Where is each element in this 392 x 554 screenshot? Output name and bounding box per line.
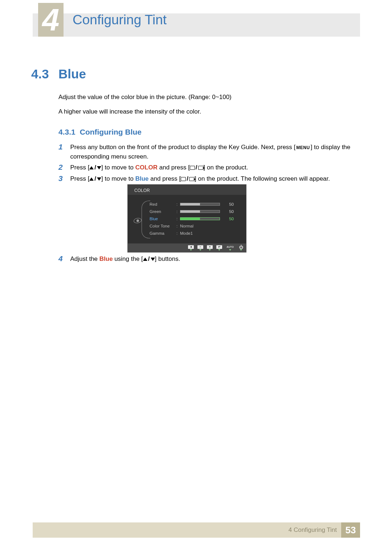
osd-value-gamma: Mode1 <box>180 231 193 235</box>
page-number: 53 <box>341 522 360 538</box>
up-arrow-icon <box>143 258 147 261</box>
subsection-title: Configuring Blue <box>80 128 142 136</box>
osd-label-blue: Blue <box>150 217 176 221</box>
osd-colon: : <box>176 231 180 235</box>
footer-band: 4 Configuring Tint 53 <box>33 522 360 538</box>
chapter-number-box: 4 <box>38 3 64 37</box>
step-3-body: Press [/] to move to Blue and press [/] … <box>70 174 356 184</box>
step-2-text-d: ] on the product. <box>204 164 248 171</box>
step-4-text-c: ] buttons. <box>155 255 180 262</box>
osd-row-color-tone: Color Tone : Normal <box>150 222 242 230</box>
step-3-blue-word: Blue <box>135 175 149 182</box>
osd-minus-button: − <box>197 245 203 251</box>
step-1: 1 Press any button on the front of the p… <box>58 143 359 162</box>
down-arrow-icon <box>97 177 101 181</box>
up-arrow-icon <box>89 166 94 169</box>
step-2-text-a: Press [ <box>70 164 89 171</box>
osd-label-color-tone: Color Tone <box>150 224 176 228</box>
section-number: 4.3 <box>31 67 49 81</box>
chapter-title: Configuring Tint <box>73 12 167 28</box>
step-4-text-b: using the [ <box>113 255 143 262</box>
osd-auto-button: AUTO <box>226 245 234 251</box>
source-icon <box>181 177 186 181</box>
osd-slider-blue <box>180 217 220 220</box>
osd-value-green: 50 <box>223 209 234 214</box>
osd-body: Red : 50 Green : 50 Blue : 50 Color Tone… <box>128 195 246 243</box>
menu-button-label: MENU <box>295 144 310 151</box>
slash-separator: / <box>94 174 96 184</box>
section-intro-1: Adjust the value of the color blue in th… <box>58 94 232 101</box>
enter-icon <box>198 166 204 170</box>
osd-plus-button: + <box>207 245 213 251</box>
step-4-body: Adjust the Blue using the [/] buttons. <box>70 254 356 264</box>
osd-power-button: ⏻ <box>238 245 244 251</box>
osd-colon: : <box>176 202 180 206</box>
osd-slider-green <box>180 210 220 213</box>
osd-colon: : <box>176 217 180 221</box>
step-3-text-c: and press [ <box>148 175 181 182</box>
step-2-text-b: ] to move to <box>101 164 135 171</box>
osd-value-blue: 50 <box>223 217 234 221</box>
enter-icon <box>189 177 195 181</box>
step-4: 4 Adjust the Blue using the [/] buttons. <box>58 254 359 264</box>
down-arrow-icon <box>151 258 155 261</box>
step-3-text-d: ] on the product. The following screen w… <box>195 175 330 182</box>
osd-label-green: Green <box>150 209 176 214</box>
step-2-color-word: COLOR <box>135 164 158 171</box>
osd-bracket <box>142 201 150 238</box>
osd-back-button: ◄ <box>188 245 194 251</box>
slash-separator: / <box>148 254 150 264</box>
step-3-text-a: Press [ <box>70 175 89 182</box>
step-1-body: Press any button on the front of the pro… <box>70 143 356 162</box>
osd-colon: : <box>176 224 180 228</box>
step-1-number: 1 <box>58 143 69 151</box>
slash-separator: / <box>187 174 188 184</box>
eye-icon <box>133 217 142 224</box>
osd-screenshot: COLOR Red : 50 Green : 50 Blue : 50 <box>127 184 246 253</box>
section-title: Blue <box>58 67 86 81</box>
osd-title: COLOR <box>134 188 150 193</box>
osd-slider-red <box>180 203 220 206</box>
section-intro-2: A higher value will increase the intensi… <box>58 108 201 115</box>
osd-row-blue: Blue : 50 <box>150 215 242 222</box>
step-1-text-pre: Press any button on the front of the pro… <box>70 144 295 151</box>
chapter-number: 4 <box>42 4 59 35</box>
source-icon <box>190 166 195 170</box>
step-2: 2 Press [/] to move to COLOR and press [… <box>58 163 359 172</box>
osd-value-red: 50 <box>223 202 234 206</box>
step-4-text-a: Adjust the <box>70 255 99 262</box>
slash-separator: / <box>94 163 96 172</box>
step-4-number: 4 <box>58 254 69 263</box>
osd-items: Red : 50 Green : 50 Blue : 50 Color Tone… <box>150 201 242 237</box>
subsection-number: 4.3.1 <box>58 128 75 136</box>
osd-row-gamma: Gamma : Mode1 <box>150 230 242 237</box>
step-2-text-c: and press [ <box>158 164 190 171</box>
step-3-number: 3 <box>58 174 69 183</box>
osd-enter-button: ↵ <box>216 245 222 251</box>
down-arrow-icon <box>97 166 101 169</box>
step-4-blue-word: Blue <box>99 255 113 262</box>
osd-label-red: Red <box>150 202 176 206</box>
slash-separator: / <box>196 163 197 172</box>
osd-row-green: Green : 50 <box>150 208 242 215</box>
osd-label-gamma: Gamma <box>150 231 176 235</box>
footer-label: 4 Configuring Tint <box>289 526 337 534</box>
osd-row-red: Red : 50 <box>150 201 242 208</box>
step-2-body: Press [/] to move to COLOR and press [/]… <box>70 163 356 172</box>
subsection-heading: 4.3.1Configuring Blue <box>58 128 142 136</box>
osd-button-bar: ◄ − + ↵ AUTO ⏻ <box>128 243 246 252</box>
step-3-text-b: ] to move to <box>101 175 135 182</box>
osd-value-color-tone: Normal <box>180 224 193 228</box>
step-2-number: 2 <box>58 163 69 172</box>
osd-colon: : <box>176 209 180 214</box>
up-arrow-icon <box>89 177 94 181</box>
step-3: 3 Press [/] to move to Blue and press [/… <box>58 174 359 184</box>
